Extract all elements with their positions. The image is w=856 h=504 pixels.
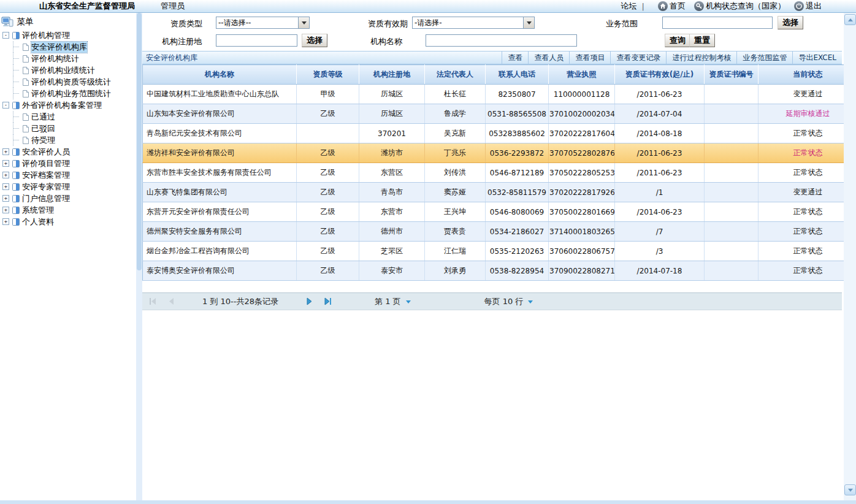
tree-connector [13,111,21,123]
cell-regplace: 东营市 [359,202,425,222]
cell-cert_valid: /2011-06-23 [615,85,705,104]
scope-input[interactable] [662,17,773,29]
collapse-icon[interactable]: - [2,102,9,109]
sidebar-scrollbar[interactable] [136,13,142,500]
table-row[interactable]: 泰安博奥安全评价有限公司乙级泰安市刘承勇0538-822895437090022… [143,261,856,281]
expand-icon[interactable]: + [2,195,9,202]
forum-link[interactable]: 论坛 [621,1,637,12]
reset-button[interactable]: 重置 [689,34,715,47]
cell-cert_valid: /3 [615,242,705,261]
key-icon[interactable] [694,1,704,11]
status-query-link[interactable]: 机构状态查询（国家） [706,1,785,12]
table-row[interactable]: 山东赛飞特集团有限公司乙级青岛市窦苏娅0532-8581157937020222… [143,183,856,202]
toolbar-button[interactable]: 导出EXCEL [792,52,842,64]
table-row[interactable]: 东营市胜丰安全技术服务有限责任公司乙级东营区刘传洪0546-8712189370… [143,163,856,183]
regplace-select-button[interactable]: 选择 [302,34,327,47]
sidebar-item[interactable]: 待受理 [0,134,136,146]
cell-phone: 0531-88565508 [486,104,549,124]
search-button[interactable]: 查询 [665,34,690,47]
sidebar-item[interactable]: 已驳回 [0,123,136,134]
cell-legal_rep: 贾表贵 [425,222,486,242]
chevron-down-icon[interactable] [298,17,309,28]
home-link[interactable]: 首页 [670,1,686,12]
cell-phone: 82350807 [486,85,549,104]
expand-icon[interactable]: + [2,172,9,178]
menu-header: 菜单 [0,15,136,29]
table-row[interactable]: 山东知本安全评价有限公司乙级历城区鲁成学0531-885655083701002… [143,104,856,124]
per-page-select[interactable]: 每页 10 行 [484,296,533,307]
toolbar-button[interactable]: 查看项目 [569,52,610,64]
toolbar-button[interactable]: 业务范围监管 [736,52,792,64]
toolbar-button[interactable]: 查看 [502,52,528,64]
toolbar-button[interactable]: 查看人员 [528,52,569,64]
cell-name: 中国建筑材料工业地质勘查中心山东总队 [143,85,297,104]
sidebar-item[interactable]: -评价机构管理 [0,29,136,41]
toolbar-button[interactable]: 进行过程控制考核 [666,52,736,64]
sidebar-item[interactable]: 评价机构业绩统计 [0,64,136,76]
power-icon[interactable] [794,1,804,11]
scroll-down-button[interactable] [844,484,856,495]
cell-regplace: 德州市 [359,222,425,242]
page-select[interactable]: 第 1 页 [375,296,411,307]
scroll-up-button[interactable] [844,14,856,25]
sidebar-item[interactable]: +安评专家管理 [0,181,136,193]
regplace-label: 机构注册地 [162,36,202,47]
sidebar-item-label: 评价机构资质等级统计 [31,77,111,88]
validity-select[interactable]: -请选择- [412,17,535,29]
table-row[interactable]: 东营开元安全评价有限责任公司乙级东营市王兴坤0546-8080069370500… [143,202,856,222]
logout-link[interactable]: 退出 [806,1,822,12]
tree-connector [13,41,21,53]
cell-status: 正常状态 [759,222,856,242]
sidebar-item[interactable]: +安评档案管理 [0,169,136,181]
expand-icon[interactable]: + [2,160,9,167]
first-page-button[interactable] [148,297,157,305]
sidebar-item[interactable]: 评价机构资质等级统计 [0,76,136,88]
expand-icon[interactable]: + [2,218,9,225]
sidebar-item-label: 系统管理 [22,205,54,216]
prev-page-button[interactable] [168,297,175,305]
last-page-button[interactable] [324,297,332,305]
cell-phone: 053283885602 [486,124,549,143]
page-icon [22,43,29,52]
next-page-button[interactable] [306,297,313,305]
record-range: 1 到 10--共28条记录 [202,296,278,307]
sidebar-item[interactable]: 评价机构统计 [0,53,136,64]
sidebar-item[interactable]: 安全评价机构库 [0,41,136,53]
name-input[interactable] [426,34,577,47]
cell-regplace: 370201 [359,124,425,143]
toolbar-button[interactable]: 查看变更记录 [610,52,666,64]
chevron-down-icon[interactable] [523,17,534,28]
table-row[interactable]: 德州聚安特安全服务有限公司乙级德州市贾表贵0534-21860273714000… [143,222,856,242]
cell-legal_rep: 丁兆乐 [425,143,486,163]
sidebar-item-label: 已驳回 [31,123,55,134]
cell-regplace: 芝罘区 [359,242,425,261]
sidebar-item[interactable]: 已通过 [0,111,136,123]
table-row[interactable]: 青岛新纪元安全技术有限公司370201吴克新053283885602370202… [143,124,856,143]
regplace-input[interactable] [216,34,297,47]
cell-status: 正常状态 [759,143,856,163]
sidebar-item[interactable]: +评价项目管理 [0,158,136,169]
collapse-icon[interactable]: - [2,32,9,39]
cell-grade: 乙级 [297,183,359,202]
sidebar-item[interactable]: 评价机构业务范围统计 [0,88,136,99]
expand-icon[interactable]: + [2,148,9,155]
scope-select-button[interactable]: 选择 [778,16,803,29]
cell-grade: 乙级 [297,163,359,183]
cell-cert_no [705,183,759,202]
expand-icon[interactable]: + [2,207,9,213]
sidebar-item[interactable]: -外省评价机构备案管理 [0,99,136,111]
table-row[interactable]: 烟台金邦冶金工程咨询有限公司乙级芝罘区江仁瑞0535-2120263370600… [143,242,856,261]
expand-icon[interactable]: + [2,183,9,190]
table-row[interactable]: 中国建筑材料工业地质勘查中心山东总队甲级历城区杜长征82350807110000… [143,85,856,104]
page-scrollbar[interactable] [844,13,856,500]
sidebar-scrollbar-thumb[interactable] [137,13,142,270]
sidebar-item[interactable]: +个人资料 [0,216,136,227]
type-select[interactable]: --请选择-- [216,17,310,29]
cell-regplace: 历城区 [359,85,425,104]
sidebar-item[interactable]: +系统管理 [0,204,136,216]
sidebar-item[interactable]: +门户信息管理 [0,193,136,204]
home-icon[interactable] [658,1,668,11]
sidebar-item-label: 个人资料 [22,216,54,227]
sidebar-item[interactable]: +安全评价人员 [0,146,136,158]
table-row[interactable]: 潍坊祥和安全评价有限公司乙级潍坊市丁兆乐0536-229387237070522… [143,143,856,163]
